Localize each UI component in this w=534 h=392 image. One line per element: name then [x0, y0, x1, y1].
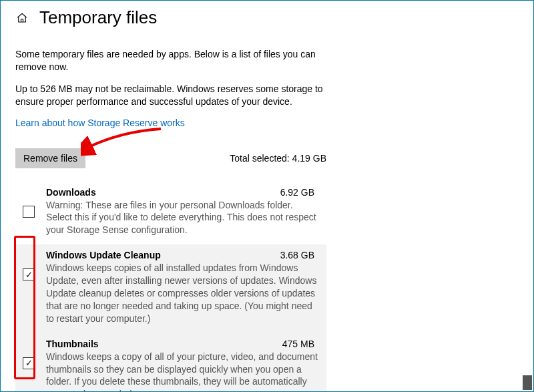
- storage-reserve-link[interactable]: Learn about how Storage Reserve works: [15, 118, 185, 128]
- total-selected-label: Total selected: 4.19 GB: [230, 153, 326, 164]
- item-size: 6.92 GB: [280, 187, 320, 198]
- list-item[interactable]: ✓ Windows Update Cleanup 3.68 GB Windows…: [15, 244, 326, 333]
- checkmark-icon: ✓: [25, 359, 33, 367]
- page-title: Temporary files: [39, 7, 157, 28]
- home-icon[interactable]: [15, 11, 29, 25]
- item-title: Downloads: [46, 187, 96, 198]
- remove-files-button[interactable]: Remove files: [15, 148, 85, 168]
- intro-text: Some temporary files are needed by apps.…: [15, 48, 326, 73]
- checkbox-downloads[interactable]: [23, 206, 35, 218]
- item-description: Windows keeps copies of all installed up…: [46, 262, 320, 325]
- page-header: Temporary files: [1, 1, 533, 33]
- file-list: Downloads 6.92 GB Warning: These are fil…: [15, 182, 326, 392]
- checkbox-thumbnails[interactable]: ✓: [23, 357, 35, 369]
- main-content: Some temporary files are needed by apps.…: [1, 48, 341, 392]
- item-title: Thumbnails: [46, 339, 99, 349]
- checkbox-windows-update-cleanup[interactable]: ✓: [23, 268, 35, 280]
- list-item[interactable]: Downloads 6.92 GB Warning: These are fil…: [15, 182, 326, 245]
- reserve-note: Up to 526 MB may not be reclaimable. Win…: [15, 83, 326, 108]
- item-title: Windows Update Cleanup: [46, 250, 161, 260]
- action-row: Remove files Total selected: 4.19 GB: [15, 148, 326, 168]
- item-description: Warning: These are files in your persona…: [46, 199, 320, 237]
- item-size: 3.68 GB: [280, 250, 320, 260]
- list-item[interactable]: ✓ Thumbnails 475 MB Windows keeps a copy…: [15, 333, 326, 392]
- item-description: Windows keeps a copy of all of your pict…: [46, 351, 320, 392]
- checkmark-icon: ✓: [25, 270, 33, 279]
- scrollbar-thumb[interactable]: [523, 375, 532, 390]
- item-size: 475 MB: [282, 339, 320, 349]
